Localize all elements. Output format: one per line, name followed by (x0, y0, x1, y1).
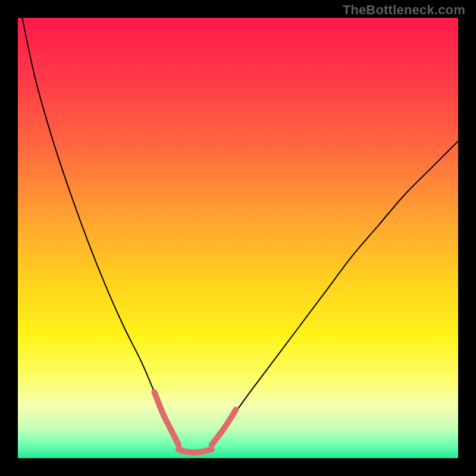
plot-svg (18, 18, 458, 458)
highlight-segment-1 (178, 449, 212, 452)
plot-area (18, 18, 458, 458)
gradient-background (18, 18, 458, 458)
chart-frame: TheBottleneck.com (0, 0, 476, 476)
watermark-text: TheBottleneck.com (343, 2, 465, 18)
